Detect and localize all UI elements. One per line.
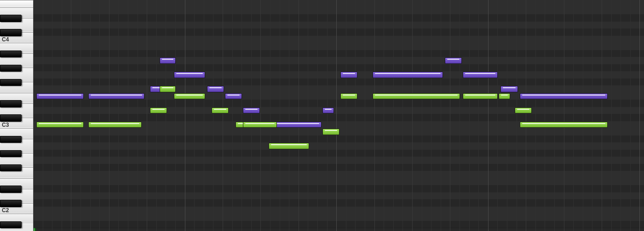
bar-line	[336, 0, 337, 231]
beat-line	[497, 0, 498, 231]
beat-line	[611, 0, 612, 231]
grid-row	[33, 114, 644, 121]
midi-note[interactable]	[160, 57, 176, 64]
beat-line	[365, 0, 365, 231]
midi-note[interactable]	[445, 57, 462, 64]
midi-note[interactable]	[520, 93, 608, 100]
grid-row	[33, 71, 644, 79]
beat-line	[128, 0, 128, 231]
piano-key-white[interactable]	[0, 0, 33, 7]
beat-line	[583, 0, 583, 231]
piano-key-black[interactable]	[0, 186, 22, 193]
bar-line	[185, 0, 185, 231]
beat-line	[299, 0, 299, 231]
midi-note[interactable]	[463, 72, 498, 78]
grid-row	[33, 164, 644, 171]
piano-key-black[interactable]	[0, 164, 22, 172]
beat-line	[402, 0, 403, 231]
beat-line	[175, 0, 176, 231]
beat-line	[166, 0, 166, 231]
midi-note[interactable]	[340, 72, 357, 78]
piano-key-black[interactable]	[0, 100, 22, 107]
beat-line	[545, 0, 545, 231]
midi-note[interactable]	[499, 93, 510, 100]
midi-note[interactable]	[520, 122, 608, 128]
beat-line	[308, 0, 308, 231]
beat-line	[441, 0, 441, 231]
grid-row	[33, 64, 644, 72]
midi-note[interactable]	[322, 107, 334, 114]
midi-note[interactable]	[174, 93, 205, 100]
note-grid[interactable]	[33, 0, 644, 231]
beat-line	[384, 0, 384, 231]
midi-note[interactable]	[340, 93, 357, 100]
midi-note[interactable]	[500, 86, 518, 92]
beat-line	[412, 0, 413, 231]
bar-line	[33, 0, 34, 231]
beat-line	[327, 0, 328, 231]
midi-note[interactable]	[207, 86, 224, 92]
grid-row	[33, 207, 644, 214]
bar-line	[488, 0, 489, 231]
piano-key-black[interactable]	[0, 114, 22, 122]
midi-note[interactable]	[243, 122, 277, 128]
grid-row	[33, 214, 644, 221]
grid-row	[33, 135, 644, 143]
beat-line	[630, 0, 631, 231]
midi-note[interactable]	[174, 72, 205, 78]
midi-note[interactable]	[243, 107, 260, 114]
grid-row	[33, 199, 644, 207]
midi-note[interactable]	[212, 107, 229, 114]
midi-note[interactable]	[160, 86, 176, 92]
midi-note[interactable]	[269, 143, 310, 149]
beat-line	[232, 0, 233, 231]
piano-key-black[interactable]	[0, 150, 22, 158]
beat-line	[213, 0, 213, 231]
beat-line	[270, 0, 270, 231]
midi-note[interactable]	[36, 122, 84, 128]
beat-line	[260, 0, 261, 231]
midi-note[interactable]	[515, 107, 532, 114]
piano-key-black[interactable]	[0, 136, 22, 143]
midi-note[interactable]	[88, 122, 141, 128]
midi-note[interactable]	[88, 93, 144, 100]
midi-note[interactable]	[36, 93, 84, 100]
beat-line	[204, 0, 204, 231]
beat-line	[71, 0, 71, 231]
beat-line	[621, 0, 621, 231]
beat-line	[280, 0, 280, 231]
midi-note[interactable]	[150, 107, 167, 114]
midi-note[interactable]	[322, 129, 339, 135]
piano-key-black[interactable]	[0, 200, 22, 207]
beat-line	[374, 0, 375, 231]
piano-key-black[interactable]	[0, 29, 22, 36]
beat-line	[52, 0, 52, 231]
beat-line	[346, 0, 346, 231]
grid-row	[33, 79, 644, 86]
beat-line	[80, 0, 81, 231]
beat-line	[431, 0, 431, 231]
beat-line	[507, 0, 507, 231]
piano-key-black[interactable]	[0, 221, 22, 229]
midi-note[interactable]	[373, 93, 460, 100]
midi-note[interactable]	[463, 93, 498, 100]
beat-line	[289, 0, 289, 231]
beat-line	[109, 0, 109, 231]
midi-note[interactable]	[225, 93, 242, 100]
beat-line	[99, 0, 100, 231]
midi-note[interactable]	[373, 72, 443, 78]
grid-row	[33, 178, 644, 186]
grid-row	[33, 221, 644, 228]
piano-key-black[interactable]	[0, 65, 22, 72]
piano-key-black[interactable]	[0, 51, 22, 58]
beat-line	[535, 0, 536, 231]
grid-row	[33, 57, 644, 64]
piano-keyboard[interactable]: C4C3C2	[0, 0, 33, 231]
bar-line	[639, 0, 640, 231]
beat-line	[62, 0, 62, 231]
beat-line	[554, 0, 555, 231]
piano-key-black[interactable]	[0, 79, 22, 86]
beat-line	[592, 0, 592, 231]
grid-row	[33, 157, 644, 164]
piano-key-black[interactable]	[0, 15, 22, 22]
